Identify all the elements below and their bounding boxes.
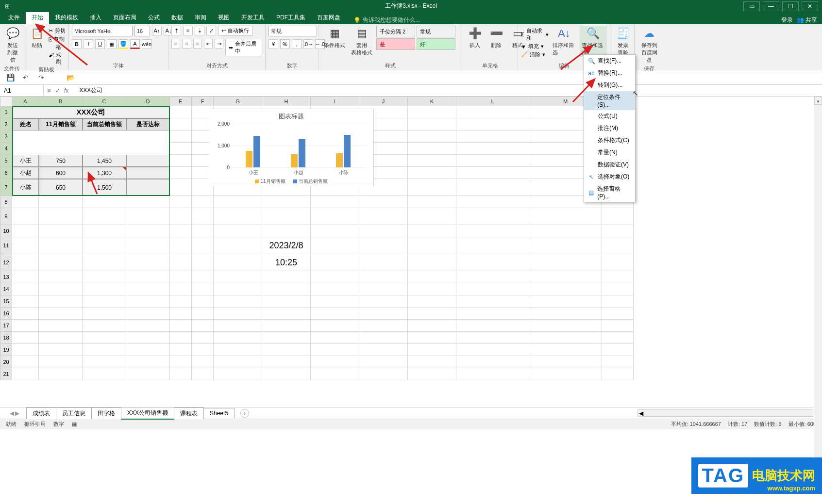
cell-F11[interactable] xyxy=(192,237,214,254)
cell-E14[interactable] xyxy=(170,283,192,295)
cell-D11[interactable] xyxy=(126,237,170,254)
indent-dec-button[interactable]: ⇤ xyxy=(204,39,213,49)
cell-A15[interactable] xyxy=(12,295,39,308)
cell-N14[interactable] xyxy=(602,283,634,295)
cell-A1[interactable]: XXX公司 xyxy=(12,106,170,118)
copy-button[interactable]: ⎘复制 xyxy=(49,35,66,43)
cell-F14[interactable] xyxy=(192,283,214,295)
cell-C19[interactable] xyxy=(83,344,126,356)
cell-L14[interactable] xyxy=(456,283,529,295)
cell-A5[interactable]: 小王 xyxy=(12,155,39,167)
cell-C20[interactable] xyxy=(83,356,126,368)
qat-save-button[interactable]: 💾 xyxy=(5,72,16,83)
cell-D14[interactable] xyxy=(126,283,170,295)
row-header-21[interactable]: 21 xyxy=(0,368,12,380)
tab-file[interactable]: 文件 xyxy=(2,11,26,24)
sheet-tab-1[interactable]: 员工信息 xyxy=(56,407,92,419)
row-header-11[interactable]: 11 xyxy=(0,237,12,254)
tab-formulas[interactable]: 公式 xyxy=(142,11,166,24)
cell-D20[interactable] xyxy=(126,356,170,368)
cell-I16[interactable] xyxy=(311,308,359,320)
clear-button[interactable]: 🧹清除▾ xyxy=(521,51,549,58)
cell-J11[interactable] xyxy=(359,237,408,254)
name-box[interactable]: A1 xyxy=(0,85,44,96)
cell-F17[interactable] xyxy=(192,320,214,332)
cell-D19[interactable] xyxy=(126,344,170,356)
number-format-combo[interactable]: 常规 xyxy=(268,26,317,36)
cell-E10[interactable] xyxy=(170,225,192,237)
cell-E16[interactable] xyxy=(170,308,192,320)
select-all-corner[interactable] xyxy=(0,97,12,106)
cell-N20[interactable] xyxy=(602,356,634,368)
cell-E6[interactable] xyxy=(170,167,192,179)
col-header-B[interactable]: B xyxy=(39,97,83,106)
menu-replace[interactable]: ab替换(R)... xyxy=(584,67,635,79)
cell-I8[interactable] xyxy=(311,196,359,208)
cell-K9[interactable] xyxy=(408,208,456,225)
align-left-button[interactable]: ≡ xyxy=(171,39,180,49)
cell-D12[interactable] xyxy=(126,254,170,271)
cell-F13[interactable] xyxy=(192,271,214,283)
cell-L1[interactable] xyxy=(456,106,529,118)
sheet-nav-prev[interactable]: ◀ xyxy=(10,410,14,417)
cell-J14[interactable] xyxy=(359,283,408,295)
row-header-4[interactable]: 4 xyxy=(0,143,12,155)
delete-cells-button[interactable]: ➖删除 xyxy=(486,26,506,50)
share-button[interactable]: 👥 共享 xyxy=(797,16,817,24)
tab-view[interactable]: 视图 xyxy=(212,11,235,24)
cell-G15[interactable] xyxy=(214,295,262,308)
cell-E1[interactable] xyxy=(170,106,192,118)
cell-G17[interactable] xyxy=(214,320,262,332)
cell-I19[interactable] xyxy=(311,344,359,356)
cell-K17[interactable] xyxy=(408,320,456,332)
cell-L10[interactable] xyxy=(456,225,529,237)
cell-A20[interactable] xyxy=(12,356,39,368)
tab-layout[interactable]: 页面布局 xyxy=(107,11,142,24)
cell-M21[interactable] xyxy=(529,368,602,380)
cell-A11[interactable] xyxy=(12,237,39,254)
cell-C16[interactable] xyxy=(83,308,126,320)
conditional-format-button[interactable]: ▦条件格式 xyxy=(322,26,347,50)
sheet-tab-5[interactable]: Sheet5 xyxy=(203,408,235,418)
cell-N17[interactable] xyxy=(602,320,634,332)
cell-E18[interactable] xyxy=(170,332,192,344)
cancel-entry-icon[interactable]: ✕ xyxy=(47,87,51,94)
cell-H14[interactable] xyxy=(262,283,311,295)
cell-C2[interactable]: 当前总销售额 xyxy=(83,118,126,130)
row-header-7[interactable]: 7 xyxy=(0,179,12,196)
cell-L5[interactable] xyxy=(456,155,529,167)
cell-B6[interactable]: 600 xyxy=(39,167,83,179)
col-header-J[interactable]: J xyxy=(359,97,408,106)
cell-N21[interactable] xyxy=(602,368,634,380)
cell-K3[interactable] xyxy=(408,130,456,143)
cell-E4[interactable] xyxy=(170,143,192,155)
cell-L12[interactable] xyxy=(456,254,529,271)
cell-G20[interactable] xyxy=(214,356,262,368)
menu-condfmt[interactable]: 条件格式(C) xyxy=(584,134,635,146)
insert-cells-button[interactable]: ➕插入 xyxy=(465,26,485,50)
cell-L18[interactable] xyxy=(456,332,529,344)
cell-C21[interactable] xyxy=(83,368,126,380)
cell-J18[interactable] xyxy=(359,332,408,344)
tab-pdf[interactable]: PDF工具集 xyxy=(270,11,311,24)
cell-B7[interactable]: 650 xyxy=(39,179,83,196)
cell-G10[interactable] xyxy=(214,225,262,237)
cell-K10[interactable] xyxy=(408,225,456,237)
col-header-G[interactable]: G xyxy=(214,97,262,106)
cell-K18[interactable] xyxy=(408,332,456,344)
cell-C14[interactable] xyxy=(83,283,126,295)
cell-B20[interactable] xyxy=(39,356,83,368)
font-size-combo[interactable]: 16 xyxy=(134,26,150,36)
cell-L2[interactable] xyxy=(456,118,529,130)
cell-L6[interactable] xyxy=(456,167,529,179)
cell-N9[interactable] xyxy=(602,208,634,225)
cell-H12[interactable]: 10:25 xyxy=(262,254,311,271)
cell-J15[interactable] xyxy=(359,295,408,308)
cell-M20[interactable] xyxy=(529,356,602,368)
cell-K12[interactable] xyxy=(408,254,456,271)
col-header-I[interactable]: I xyxy=(311,97,359,106)
qat-open-button[interactable]: 📂 xyxy=(65,72,76,83)
cell-E17[interactable] xyxy=(170,320,192,332)
cell-B18[interactable] xyxy=(39,332,83,344)
cell-F20[interactable] xyxy=(192,356,214,368)
